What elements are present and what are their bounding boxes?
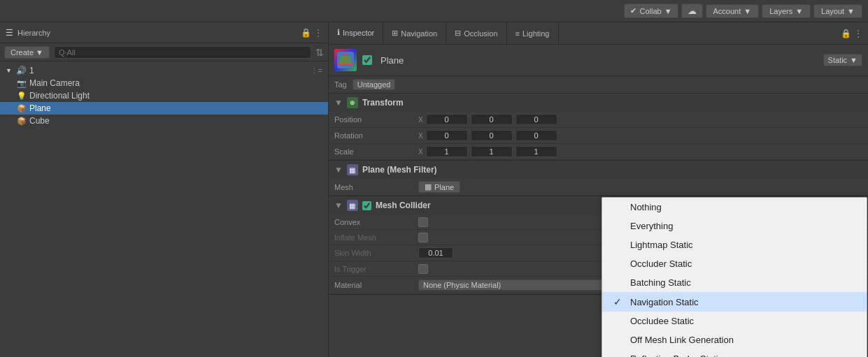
tab-lighting[interactable]: ≡ Lighting — [507, 22, 559, 44]
plane-item[interactable]: 📦 Plane — [0, 102, 328, 115]
lightmap-label: Lightmap Static — [630, 240, 855, 250]
is-trigger-label: Is Trigger — [334, 265, 418, 273]
static-caret-icon: ▼ — [850, 56, 858, 64]
position-x-input[interactable] — [426, 114, 468, 125]
account-caret-icon: ▼ — [744, 7, 751, 15]
static-dropdown-menu: Nothing Everything Lightmap Static Occlu… — [602, 197, 867, 357]
cloud-button[interactable]: ☁ — [681, 3, 703, 18]
main-camera-item[interactable]: 📷 Main Camera — [0, 77, 328, 89]
layout-label: Layout — [821, 7, 844, 15]
lighting-tab-label: Lighting — [522, 29, 550, 38]
tag-row: Tag Untagged — [329, 76, 868, 94]
dropdown-item-batching[interactable]: Batching Static — [602, 273, 867, 292]
account-label: Account — [713, 7, 741, 15]
dropdown-item-offmesh[interactable]: Off Mesh Link Generation — [602, 330, 867, 349]
search-input[interactable] — [54, 46, 311, 59]
hierarchy-panel: ☰ Hierarchy 🔒 ⋮ Create ▼ ⇅ ▼ 🔊 1 ⋮= — [0, 22, 329, 357]
lock-icon: 🔒 — [301, 28, 311, 38]
dropdown-item-nothing[interactable]: Nothing — [602, 198, 867, 217]
scene-icon: 🔊 — [16, 66, 27, 75]
transform-component: ▼ ⊕ Transform Position X — [329, 94, 868, 161]
transform-collapse-icon: ▼ — [334, 98, 343, 108]
transform-header[interactable]: ▼ ⊕ Transform — [329, 94, 868, 112]
dropdown-item-occludee[interactable]: Occludee Static — [602, 312, 867, 330]
rotation-z-input[interactable] — [515, 130, 557, 141]
mesh-collider-enabled-checkbox[interactable] — [362, 201, 371, 210]
scale-z-input[interactable] — [515, 146, 557, 157]
create-caret-icon: ▼ — [36, 48, 43, 57]
occludee-label: Occludee Static — [630, 316, 855, 326]
navigation-label: Navigation Static — [630, 297, 855, 307]
mesh-row: Mesh ▦ Plane — [329, 179, 868, 196]
collab-caret-icon: ▼ — [664, 7, 672, 15]
tabs-menu-icon[interactable]: ⋮ — [854, 29, 862, 38]
mesh-collider-collapse-icon: ▼ — [334, 201, 343, 210]
layers-label: Layers — [769, 7, 792, 15]
tabs-row: ℹ Inspector ⊞ Navigation ⊟ Occlusion ≡ L… — [329, 22, 868, 45]
occlusion-tab-icon: ⊟ — [455, 29, 461, 38]
scene-settings-icon: ⋮= — [311, 66, 322, 75]
top-bar: ✔ Collab ▼ ☁ Account ▼ Layers ▼ Layout ▼ — [0, 0, 868, 22]
rotation-y-input[interactable] — [471, 130, 513, 141]
tab-occlusion[interactable]: ⊟ Occlusion — [446, 22, 506, 44]
object-enabled-checkbox[interactable] — [362, 55, 372, 65]
navigation-tab-label: Navigation — [401, 29, 437, 38]
plane-label: Plane — [29, 103, 51, 113]
inflate-mesh-label: Inflate Mesh — [334, 233, 418, 242]
position-x-axis: X — [418, 116, 423, 124]
position-fields: X — [418, 114, 862, 125]
lock-icon[interactable]: 🔒 — [841, 29, 851, 38]
create-button[interactable]: Create ▼ — [4, 46, 50, 59]
tabs-lock-area: 🔒 ⋮ — [835, 22, 868, 44]
navigation-check: ✓ — [613, 296, 625, 307]
scale-x-input[interactable] — [426, 146, 468, 157]
account-button[interactable]: Account ▼ — [706, 4, 760, 18]
layers-caret-icon: ▼ — [795, 7, 803, 15]
menu-icon: ⋮ — [314, 28, 322, 38]
dropdown-item-navigation[interactable]: ✓ Navigation Static — [602, 292, 867, 312]
scale-y-input[interactable] — [471, 146, 513, 157]
static-dropdown-trigger[interactable]: Static ▼ — [823, 54, 862, 66]
convex-checkbox[interactable] — [418, 217, 428, 227]
dropdown-item-lightmap[interactable]: Lightmap Static — [602, 235, 867, 254]
occluder-label: Occluder Static — [630, 258, 855, 269]
tag-value[interactable]: Untagged — [353, 79, 396, 90]
position-y-input[interactable] — [471, 114, 513, 125]
rotation-label: Rotation — [334, 131, 418, 140]
rotation-x-input[interactable] — [426, 130, 468, 141]
rotation-fields: X — [418, 130, 862, 141]
tab-navigation[interactable]: ⊞ Navigation — [383, 22, 446, 44]
cube-item[interactable]: 📦 Cube — [0, 115, 328, 127]
everything-label: Everything — [630, 221, 855, 231]
inflate-mesh-checkbox[interactable] — [418, 233, 428, 242]
scene-name: 1 — [29, 66, 34, 75]
directional-light-item[interactable]: 💡 Directional Light — [0, 89, 328, 102]
hierarchy-menu-icon: ☰ — [6, 28, 13, 38]
layout-button[interactable]: Layout ▼ — [813, 4, 862, 18]
dropdown-item-reflection[interactable]: Reflection Probe Static — [602, 349, 867, 357]
dropdown-item-everything[interactable]: Everything — [602, 217, 867, 235]
mesh-label: Mesh — [334, 183, 418, 191]
transform-title: Transform — [362, 98, 404, 108]
directional-light-label: Directional Light — [29, 91, 90, 101]
filter-icon[interactable]: ⇅ — [315, 47, 324, 58]
position-z-input[interactable] — [515, 114, 557, 125]
tab-inspector[interactable]: ℹ Inspector — [329, 22, 383, 44]
skin-width-input[interactable] — [418, 247, 453, 258]
collab-button[interactable]: ✔ Collab ▼ — [624, 3, 678, 18]
mesh-badge-icon: ▦ — [425, 182, 432, 191]
position-row: Position X — [329, 112, 868, 128]
scene-root-item[interactable]: ▼ 🔊 1 ⋮= — [0, 64, 328, 77]
mesh-collider-title: Mesh Collider — [376, 201, 431, 210]
is-trigger-checkbox[interactable] — [418, 264, 428, 274]
dropdown-item-occluder[interactable]: Occluder Static — [602, 254, 867, 273]
mesh-value[interactable]: ▦ Plane — [418, 181, 460, 193]
mesh-filter-header[interactable]: ▼ ▦ Plane (Mesh Filter) — [329, 161, 868, 179]
object-icon — [334, 49, 357, 71]
mesh-collider-icon: ▦ — [347, 200, 358, 211]
layers-button[interactable]: Layers ▼ — [762, 4, 811, 18]
nothing-label: Nothing — [630, 202, 855, 212]
hierarchy-toolbar: Create ▼ ⇅ — [0, 43, 328, 61]
inspector-tab-label: Inspector — [343, 29, 374, 37]
convex-label: Convex — [334, 218, 418, 226]
